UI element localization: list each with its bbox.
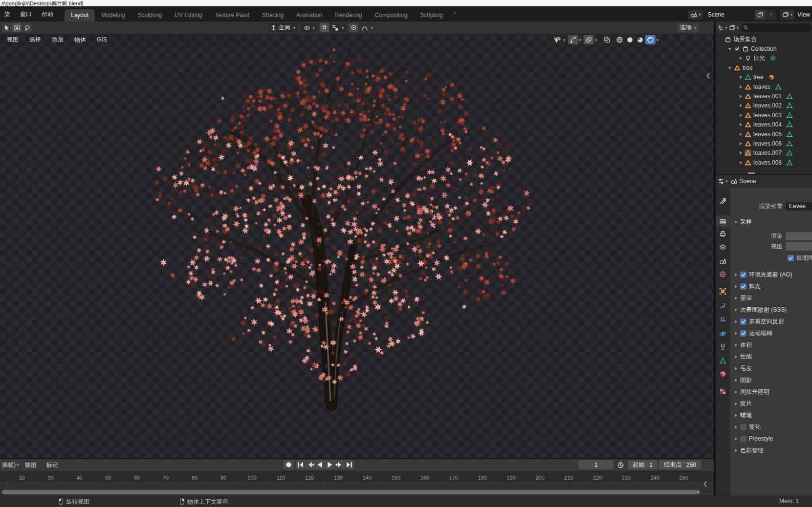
viewport-menu-GIS[interactable]: GIS — [92, 34, 112, 45]
sidebar-collapse-arrow[interactable]: ❮ — [706, 72, 710, 79]
properties-tab-object[interactable] — [716, 285, 730, 297]
workspace-tab-uv-editing[interactable]: UV Editing — [168, 9, 209, 21]
section-11[interactable]: 胶片 — [730, 399, 812, 408]
sampling-panel-header[interactable]: 采样 — [730, 217, 812, 227]
workspace-tab-shading[interactable]: Shading — [256, 9, 290, 21]
outliner-row[interactable]: leaves.004 — [716, 120, 812, 129]
editor-type-dropdown[interactable]: ▾ — [717, 24, 727, 31]
proportional-edit-toggle[interactable] — [349, 23, 358, 32]
outliner-row[interactable]: 场景集合 — [716, 35, 812, 44]
snap-target-dropdown[interactable]: ▾ — [329, 23, 347, 32]
chevron-down-icon[interactable] — [727, 46, 732, 51]
chevron-right-icon[interactable] — [738, 103, 743, 108]
overlays-dropdown[interactable]: ▾ — [583, 35, 598, 45]
properties-tab-material[interactable] — [716, 368, 730, 380]
section-12[interactable]: 蜡笔 — [730, 410, 812, 420]
section-0[interactable]: 环境光遮蔽 (AO) — [730, 270, 812, 279]
outliner-row[interactable]: Collection — [716, 44, 812, 53]
properties-tab-world[interactable] — [716, 268, 730, 280]
auto-key-record-button[interactable] — [284, 460, 294, 469]
section-13[interactable]: 简化 — [730, 422, 812, 432]
viewport-denoise-row[interactable]: 视图降噪 — [788, 253, 812, 263]
play-reverse-button[interactable] — [315, 460, 325, 469]
section-2[interactable]: 景深 — [730, 293, 812, 303]
properties-tab-render[interactable] — [716, 215, 730, 227]
checkbox-icon[interactable] — [740, 424, 746, 430]
section-8[interactable]: 毛发 — [730, 363, 812, 373]
outliner-row[interactable]: tree — [716, 73, 812, 82]
properties-tab-scene[interactable] — [716, 255, 730, 267]
select-box-tool[interactable] — [12, 23, 22, 32]
outliner-row[interactable]: 日光 — [716, 54, 812, 63]
falloff-dropdown[interactable]: ▾ — [359, 23, 376, 32]
current-frame-field[interactable]: 1 — [578, 460, 614, 469]
section-7[interactable]: 性能 — [730, 352, 812, 361]
chevron-right-icon[interactable] — [738, 160, 743, 165]
play-button[interactable] — [325, 460, 335, 469]
section-5[interactable]: 运动模糊 — [730, 328, 812, 338]
properties-tab-output[interactable] — [716, 228, 730, 239]
section-4[interactable]: 屏幕空间反射 — [730, 317, 812, 326]
shading-material-button[interactable] — [635, 35, 645, 44]
timeline-ruler[interactable]: 2030405060708090100110120130140150160170… — [0, 471, 714, 482]
workspace-tab-scripting[interactable]: Scripting — [414, 9, 449, 21]
section-15[interactable]: 色彩管理 — [730, 445, 812, 455]
viewport-menu-视图[interactable]: 视图 — [2, 34, 23, 45]
checkbox-icon[interactable] — [740, 318, 746, 325]
shading-wireframe-button[interactable] — [614, 35, 625, 44]
timeline-collapse-arrow[interactable]: ❮ — [703, 481, 707, 487]
workspace-tab-layout[interactable]: Layout — [65, 9, 95, 21]
scene-unlink-button[interactable]: × — [766, 10, 776, 20]
checkbox-icon[interactable] — [740, 272, 746, 278]
chevron-right-icon[interactable] — [738, 150, 743, 155]
outliner-search-input[interactable] — [740, 23, 812, 32]
properties-tab-tool[interactable] — [716, 195, 730, 207]
add-workspace-button[interactable]: + — [449, 7, 461, 21]
section-6[interactable]: 体积 — [730, 340, 812, 350]
workspace-tab-texture-paint[interactable]: Texture Paint — [209, 9, 256, 21]
scene-copy-button[interactable] — [755, 10, 766, 20]
workspace-tab-rendering[interactable]: Rendering — [329, 9, 368, 21]
workspace-tab-animation[interactable]: Animation — [290, 9, 329, 21]
checkbox-icon[interactable] — [740, 436, 746, 442]
snap-toggle[interactable] — [320, 23, 329, 32]
properties-tab-physics[interactable] — [716, 328, 730, 339]
select-lasso-tool[interactable] — [22, 23, 32, 32]
checkbox-icon[interactable] — [740, 283, 746, 290]
sampling-value-field[interactable] — [786, 242, 812, 251]
render-engine-dropdown[interactable]: Eevee — [786, 202, 812, 211]
workspace-tab-modeling[interactable]: Modeling — [95, 9, 132, 21]
chevron-right-icon[interactable] — [738, 113, 743, 118]
outliner-row[interactable]: leaves.003 — [716, 110, 812, 120]
next-keyframe-button[interactable] — [335, 460, 345, 469]
menu-窗口[interactable]: 窗口 — [16, 7, 36, 21]
outliner-row[interactable]: leaves.005 — [716, 129, 812, 139]
workspace-tab-sculpting[interactable]: Sculpting — [132, 9, 168, 21]
outliner-row[interactable]: leaves.008 — [716, 158, 812, 167]
section-1[interactable]: 辉光 — [730, 281, 812, 291]
keying-popover[interactable]: 插帧) ▾ — [1, 461, 19, 469]
outliner-row[interactable]: tree — [716, 63, 812, 72]
timeline-menu-视图[interactable]: 视图 — [20, 461, 42, 469]
chevron-right-icon[interactable] — [738, 132, 743, 137]
scrollbar-handle[interactable] — [696, 490, 700, 494]
shading-solid-button[interactable] — [625, 35, 635, 44]
sampling-value-field[interactable] — [786, 232, 812, 240]
viewport-menu-物体[interactable]: 物体 — [69, 34, 91, 45]
timeline[interactable]: 插帧) ▾ 视图标记 1 起始 1 结束点 250 20304050607080… — [0, 458, 714, 496]
show-object-types-dropdown[interactable]: ▾ — [551, 35, 566, 45]
jump-start-button[interactable] — [296, 460, 306, 469]
properties-tab-modifiers[interactable] — [716, 300, 730, 312]
transform-orientation-dropdown[interactable]: 全局 ▾ — [268, 23, 298, 32]
outliner-row[interactable]: leaves.002 — [716, 101, 812, 110]
workspace-tab-compositing[interactable]: Compositing — [369, 9, 414, 21]
properties-tab-particles[interactable] — [716, 314, 730, 325]
chevron-down-icon[interactable] — [727, 65, 732, 70]
outliner-row[interactable]: leaves.001 — [716, 91, 812, 101]
section-10[interactable]: 间接光照明 — [730, 387, 812, 397]
checkbox-icon[interactable] — [740, 330, 746, 337]
3d-viewport[interactable]: 全局 ▾ ▾ ▾ — [0, 21, 714, 458]
properties-tab-constraints[interactable] — [716, 340, 730, 352]
prev-keyframe-button[interactable] — [306, 460, 315, 469]
outliner-row[interactable]: leaves.007 — [716, 148, 812, 158]
